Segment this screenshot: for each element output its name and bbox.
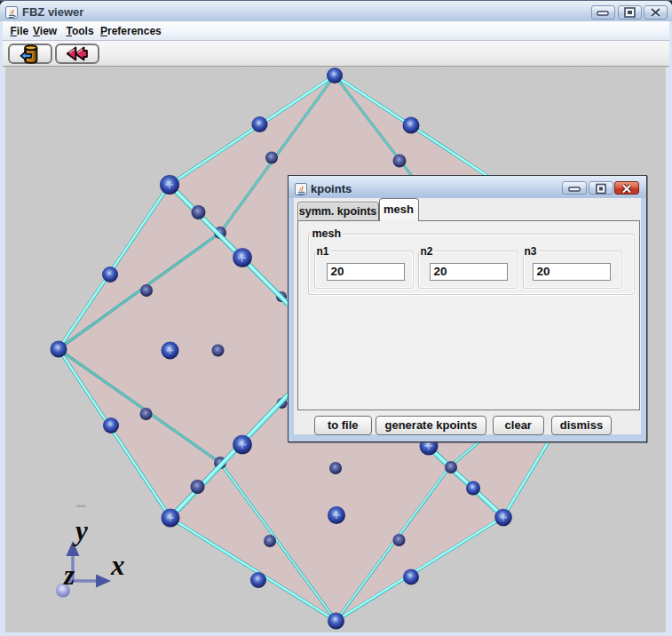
svg-text:y: y: [72, 515, 88, 546]
svg-text:z: z: [63, 560, 75, 591]
svg-text:x: x: [110, 550, 125, 581]
